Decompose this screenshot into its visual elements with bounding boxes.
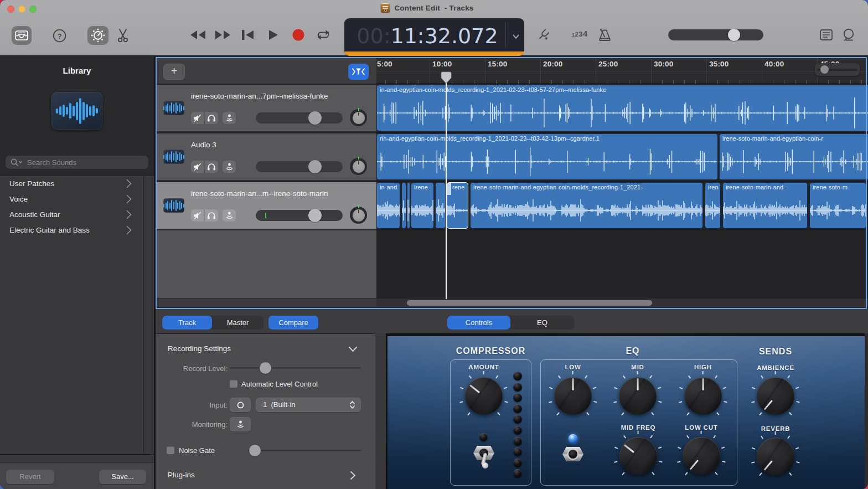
master-volume-knob[interactable] [728, 29, 740, 41]
audio-region[interactable] [407, 182, 410, 229]
solo-button[interactable] [205, 161, 218, 173]
tab-master[interactable]: Master [212, 316, 264, 330]
compare-button[interactable]: Compare [268, 316, 318, 330]
record-button[interactable] [292, 29, 304, 41]
tuner-button[interactable] [535, 28, 551, 43]
tab-eq[interactable]: EQ [510, 316, 574, 330]
input-monitoring-button[interactable] [223, 209, 236, 222]
noise-gate-checkbox[interactable] [167, 446, 174, 454]
sidebar-item-user-patches[interactable]: User Patches [0, 176, 143, 192]
chevron-down-icon[interactable] [348, 346, 358, 352]
noise-gate-slider[interactable] [248, 450, 361, 451]
sidebar-item-electric-guitar-and-bass[interactable]: Electric Guitar and Bass [0, 223, 143, 238]
search-sounds-input[interactable]: Search Sounds [6, 156, 148, 169]
sidebar-item-acoustic-guitar[interactable]: Acoustic Guitar [0, 207, 143, 223]
play-button[interactable] [268, 29, 278, 40]
playhead-handle[interactable] [441, 71, 452, 84]
solo-button[interactable] [205, 112, 218, 124]
fast-forward-button[interactable] [215, 30, 231, 40]
volume-knob[interactable] [308, 160, 322, 173]
stepper-icon [349, 400, 355, 409]
track-header-3[interactable]: irene-soto-marin-an...m--irene-soto-mari… [157, 182, 376, 230]
track-header-2[interactable]: Audio 3 [157, 133, 376, 181]
rewind-button[interactable] [189, 30, 206, 40]
knob-tick [752, 387, 755, 389]
monitoring-button[interactable] [230, 417, 251, 431]
audio-region[interactable]: iren [705, 182, 721, 229]
mute-button[interactable] [191, 209, 204, 222]
track-filter-button[interactable] [348, 64, 369, 80]
horizontal-scrollbar[interactable] [407, 300, 652, 306]
audio-region[interactable]: in-and [376, 182, 400, 229]
smart-controls-button[interactable] [87, 26, 108, 45]
volume-slider[interactable] [256, 112, 343, 123]
cycle-button[interactable] [316, 28, 330, 42]
volume-slider[interactable] [256, 161, 343, 172]
library-title: Library [0, 66, 154, 75]
save-button[interactable]: Save... [99, 470, 146, 484]
revert-button[interactable]: Revert [6, 470, 54, 484]
record-level-knob[interactable] [260, 362, 271, 374]
metronome-button[interactable] [598, 28, 612, 42]
help-button[interactable]: ? [50, 26, 69, 45]
volume-slider[interactable] [256, 210, 343, 221]
pan-knob[interactable] [350, 109, 367, 126]
master-volume-slider[interactable] [668, 29, 763, 40]
media-browser-button[interactable] [12, 26, 32, 45]
lcd-display[interactable]: 00:11:32.072 [344, 18, 524, 56]
chevron-right-icon[interactable] [350, 471, 356, 480]
loop-browser-button[interactable] [841, 28, 856, 42]
add-track-button[interactable]: + [163, 64, 185, 80]
audio-region[interactable]: rene [447, 182, 468, 229]
audio-region[interactable]: rin-and-egyptian-coin-molds_recording-1_… [376, 133, 718, 180]
input-monitoring-button[interactable] [223, 161, 236, 173]
volume-knob[interactable] [308, 111, 322, 125]
knob-mid-freq[interactable] [619, 437, 657, 475]
audio-region[interactable]: irene [411, 182, 434, 229]
region-label: irene-soto-m [813, 184, 848, 191]
sidebar-item-voice[interactable]: Voice [0, 192, 143, 207]
help-icon: ? [53, 29, 66, 43]
knob-amount[interactable] [465, 377, 503, 415]
zoom-slider[interactable] [815, 63, 860, 76]
audio-region[interactable]: irene-soto-marin-and- [722, 182, 808, 229]
recording-settings-header[interactable]: Recording Settings [168, 344, 231, 353]
tab-track[interactable]: Track [162, 316, 212, 330]
playhead-line[interactable] [446, 74, 447, 299]
mute-button[interactable] [191, 112, 204, 124]
track-header-1[interactable]: irene-soto-marin-an...7pm--melissa-funke [157, 85, 376, 132]
knob-reverb[interactable] [757, 437, 794, 475]
solo-button[interactable] [205, 209, 218, 222]
audio-region[interactable]: irene-soto-marin-and-egyptian-coin-r [719, 133, 868, 180]
record-level-slider[interactable] [230, 367, 361, 369]
plugins-header[interactable]: Plug-ins [168, 471, 195, 479]
input-select[interactable]: 1 (Built-in [256, 398, 361, 412]
region-selection-handle[interactable] [447, 183, 451, 195]
knob-mid[interactable] [619, 377, 657, 415]
knob-ambience[interactable] [757, 377, 794, 415]
auto-level-checkbox[interactable] [230, 380, 237, 388]
pan-knob[interactable] [350, 207, 367, 224]
input-monitoring-button[interactable] [223, 112, 236, 124]
knob-high[interactable] [684, 377, 722, 415]
audio-region[interactable]: in-and-egyptian-coin-molds_recording-1_2… [376, 85, 868, 131]
audio-region[interactable]: irene-soto-m [809, 182, 866, 229]
audio-region[interactable] [435, 182, 446, 229]
noise-gate-knob[interactable] [249, 445, 261, 456]
mute-button[interactable] [191, 161, 204, 173]
lcd-chevron-down-icon[interactable] [513, 34, 519, 39]
audio-region[interactable] [401, 182, 406, 229]
pan-knob[interactable] [350, 158, 367, 175]
tab-controls[interactable]: Controls [447, 316, 510, 330]
zoom-slider-knob[interactable] [820, 65, 829, 74]
go-to-beginning-button[interactable] [242, 30, 254, 40]
note-pad-button[interactable] [820, 29, 833, 40]
count-in-button[interactable]: 1234 [572, 29, 594, 39]
input-format-button[interactable] [230, 398, 251, 412]
editors-button[interactable] [114, 26, 132, 45]
knob-low[interactable] [554, 377, 592, 415]
volume-knob[interactable] [308, 209, 322, 222]
audio-region[interactable]: irene-soto-marin-and-egyptian-coin-molds… [470, 182, 703, 229]
knob-low-cut[interactable] [683, 437, 720, 475]
search-placeholder: Search Sounds [27, 158, 76, 167]
